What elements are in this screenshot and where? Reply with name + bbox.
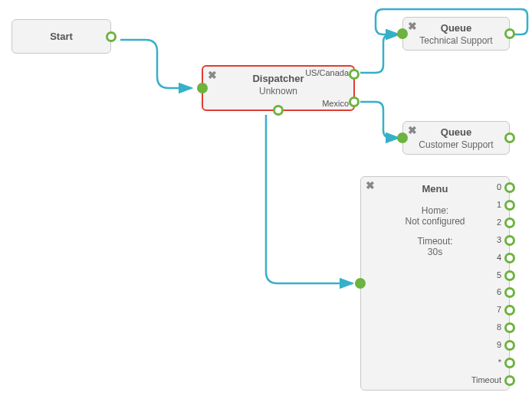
queue2-in-port[interactable] (397, 132, 408, 143)
dispatcher-sub: Unknown (203, 86, 353, 96)
menu-out-port-9[interactable] (504, 340, 515, 351)
queue1-title: Queue (403, 22, 509, 34)
menu-out-label-8: 8 (497, 322, 501, 332)
menu-timeout-label: Timeout: (361, 236, 509, 247)
close-icon[interactable]: ✖ (408, 125, 417, 136)
menu-out-port-5[interactable] (504, 270, 515, 281)
menu-home-value: Not configured (361, 216, 509, 227)
queue-technical-support-node[interactable]: ✖ Queue Technical Support (402, 17, 510, 51)
menu-out-port-2[interactable] (504, 217, 515, 228)
menu-out-label-5: 5 (497, 270, 501, 280)
start-node[interactable]: Start (11, 19, 111, 54)
menu-out-label-Timeout: Timeout (471, 375, 501, 384)
menu-out-port-0[interactable] (504, 182, 515, 193)
queue1-sub: Technical Support (403, 35, 509, 46)
start-title: Start (12, 20, 110, 53)
queue1-out-port[interactable] (504, 28, 515, 39)
dispatcher-out1-label: US/Canada (305, 68, 349, 77)
menu-node[interactable]: ✖ Menu Home: Not configured Timeout: 30s… (360, 176, 510, 391)
menu-home-label: Home: (361, 205, 509, 216)
menu-out-port-6[interactable] (504, 287, 515, 298)
queue2-title: Queue (403, 126, 509, 138)
menu-out-port-Timeout[interactable] (504, 375, 515, 386)
menu-out-label-1: 1 (497, 200, 501, 209)
menu-out-port-4[interactable] (504, 253, 515, 263)
dispatcher-in-port[interactable] (197, 83, 208, 93)
dispatcher-out2-port[interactable] (349, 96, 360, 107)
dispatcher-default-port[interactable] (273, 105, 284, 116)
menu-out-port-8[interactable] (504, 322, 515, 333)
start-out-port[interactable] (106, 31, 117, 42)
queue-customer-support-node[interactable]: ✖ Queue Customer Support (402, 121, 510, 155)
menu-out-label-0: 0 (497, 182, 501, 191)
menu-out-port-3[interactable] (504, 235, 515, 246)
queue2-out-port[interactable] (504, 132, 515, 143)
dispatcher-out1-port[interactable] (349, 69, 360, 80)
close-icon[interactable]: ✖ (366, 180, 375, 191)
close-icon[interactable]: ✖ (408, 21, 417, 31)
menu-out-port-7[interactable] (504, 305, 515, 316)
menu-out-label-6: 6 (497, 287, 501, 296)
menu-out-label-9: 9 (497, 340, 501, 349)
queue1-in-port[interactable] (397, 28, 408, 39)
menu-out-label-3: 3 (497, 235, 501, 244)
menu-timeout-value: 30s (361, 247, 509, 257)
close-icon[interactable]: ✖ (208, 70, 217, 80)
menu-out-port-1[interactable] (504, 200, 515, 211)
menu-out-label-2: 2 (497, 217, 501, 227)
menu-in-port[interactable] (355, 278, 366, 289)
menu-out-label-4: 4 (497, 253, 501, 262)
menu-title: Menu (361, 183, 509, 195)
queue2-sub: Customer Support (403, 139, 509, 150)
menu-out-label-*: * (498, 358, 501, 367)
dispatcher-node[interactable]: ✖ Dispatcher Unknown US/Canada Mexico (202, 65, 355, 111)
menu-out-label-7: 7 (497, 305, 501, 314)
dispatcher-out2-label: Mexico (322, 99, 349, 108)
menu-out-port-*[interactable] (504, 358, 515, 368)
